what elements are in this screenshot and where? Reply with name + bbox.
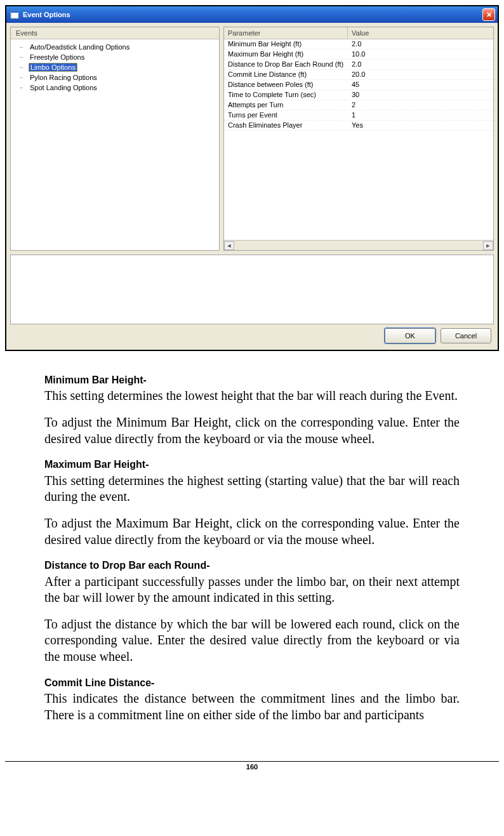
page-number: 160 <box>246 763 258 771</box>
svg-rect-1 <box>11 11 18 13</box>
table-row[interactable]: Attempts per Turn 2 <box>224 100 493 110</box>
close-icon: ✕ <box>486 11 492 19</box>
param-value[interactable]: 2.0 <box>348 39 493 49</box>
heading-max-bar-height: Maximum Bar Height- <box>44 458 460 471</box>
paragraph: To adjust the Minimum Bar Height, click … <box>44 415 460 447</box>
param-value[interactable]: 45 <box>348 80 493 90</box>
param-value[interactable]: 2.0 <box>348 60 493 69</box>
tree-item-limbo[interactable]: – Limbo Options <box>11 62 219 72</box>
paragraph: To adjust the distance by which the bar … <box>44 616 460 665</box>
parameters-pane: Parameter Value Minimum Bar Height (ft) … <box>223 27 494 251</box>
tree-item-freestyle[interactable]: – Freestyle Options <box>11 52 219 62</box>
param-value[interactable]: 1 <box>348 110 493 120</box>
param-name: Turns per Event <box>224 110 348 120</box>
table-row[interactable]: Maximum Bar Height (ft) 10.0 <box>224 50 493 60</box>
events-tree-list: – Auto/Deadstick Landing Options – Frees… <box>11 39 219 250</box>
param-value[interactable]: 30 <box>348 90 493 100</box>
param-name: Distance to Drop Bar Each Round (ft) <box>224 60 348 69</box>
param-value[interactable]: 2 <box>348 100 493 110</box>
paragraph: This setting determines the highest sett… <box>44 473 460 505</box>
table-row[interactable]: Distance between Poles (ft) 45 <box>224 80 493 90</box>
param-name: Minimum Bar Height (ft) <box>224 39 348 49</box>
tree-label: Spot Landing Options <box>29 84 98 91</box>
parameters-header: Parameter Value <box>224 27 493 39</box>
description-pane <box>10 255 494 324</box>
paragraph: After a participant successfully passes … <box>44 574 460 606</box>
param-name: Attempts per Turn <box>224 100 348 110</box>
heading-commit-line: Commit Line Distance- <box>44 677 460 689</box>
column-header-parameter[interactable]: Parameter <box>224 27 348 39</box>
table-row[interactable]: Minimum Bar Height (ft) 2.0 <box>224 39 493 50</box>
parameters-table: Minimum Bar Height (ft) 2.0 Maximum Bar … <box>224 39 493 240</box>
event-options-dialog: Event Options ✕ Events – Auto/Deadstick … <box>5 5 499 351</box>
param-value[interactable]: Yes <box>348 121 493 130</box>
scroll-right-button[interactable]: ► <box>483 241 493 250</box>
tree-item-auto-deadstick[interactable]: – Auto/Deadstick Landing Options <box>11 42 219 52</box>
scroll-left-button[interactable]: ◄ <box>224 241 234 250</box>
heading-min-bar-height: Minimum Bar Height- <box>44 374 460 387</box>
documentation-text: Minimum Bar Height- This setting determi… <box>5 364 499 723</box>
page-footer: 160 <box>5 761 499 771</box>
dialog-button-row: OK Cancel <box>10 324 494 346</box>
tree-label: Pylon Racing Options <box>29 74 98 81</box>
events-tree-pane: Events – Auto/Deadstick Landing Options … <box>10 27 220 251</box>
param-name: Commit Line Distance (ft) <box>224 70 348 79</box>
param-name: Crash Eliminates Player <box>224 121 348 130</box>
events-tree-header[interactable]: Events <box>11 27 219 39</box>
tree-bullet-icon: – <box>20 64 25 70</box>
tree-label: Freestyle Options <box>29 53 86 61</box>
tree-item-spot-landing[interactable]: – Spot Landing Options <box>11 83 219 93</box>
param-name: Maximum Bar Height (ft) <box>224 50 348 59</box>
window-title: Event Options <box>23 11 70 18</box>
table-row[interactable]: Turns per Event 1 <box>224 110 493 121</box>
tree-bullet-icon: – <box>20 54 25 60</box>
param-name: Time to Complete Turn (sec) <box>224 90 348 100</box>
param-value[interactable]: 20.0 <box>348 70 493 79</box>
paragraph: This setting determines the lowest heigh… <box>44 388 460 404</box>
column-header-value[interactable]: Value <box>348 27 493 39</box>
heading-distance-drop: Distance to Drop Bar each Round- <box>44 559 460 572</box>
param-value[interactable]: 10.0 <box>348 50 493 59</box>
tree-bullet-icon: – <box>20 74 25 81</box>
window-icon <box>10 10 19 19</box>
tree-item-pylon-racing[interactable]: – Pylon Racing Options <box>11 72 219 83</box>
ok-button[interactable]: OK <box>385 328 435 343</box>
table-row[interactable]: Time to Complete Turn (sec) 30 <box>224 90 493 100</box>
tree-label: Auto/Deadstick Landing Options <box>29 43 131 51</box>
table-row[interactable]: Distance to Drop Bar Each Round (ft) 2.0 <box>224 60 493 70</box>
paragraph: To adjust the Maximum Bar Height, click … <box>44 515 460 548</box>
paragraph: This indicates the distance between the … <box>44 691 460 723</box>
close-button[interactable]: ✕ <box>482 8 495 21</box>
param-name: Distance between Poles (ft) <box>224 80 348 90</box>
tree-label: Limbo Options <box>29 63 77 72</box>
titlebar[interactable]: Event Options ✕ <box>6 6 498 23</box>
table-row[interactable]: Commit Line Distance (ft) 20.0 <box>224 70 493 80</box>
table-row[interactable]: Crash Eliminates Player Yes <box>224 121 493 131</box>
tree-bullet-icon: – <box>20 44 25 50</box>
cancel-button[interactable]: Cancel <box>441 328 491 343</box>
chevron-left-icon: ◄ <box>227 242 232 249</box>
chevron-right-icon: ► <box>486 242 491 249</box>
tree-bullet-icon: – <box>20 84 25 91</box>
horizontal-scrollbar[interactable]: ◄ ► <box>224 240 493 250</box>
